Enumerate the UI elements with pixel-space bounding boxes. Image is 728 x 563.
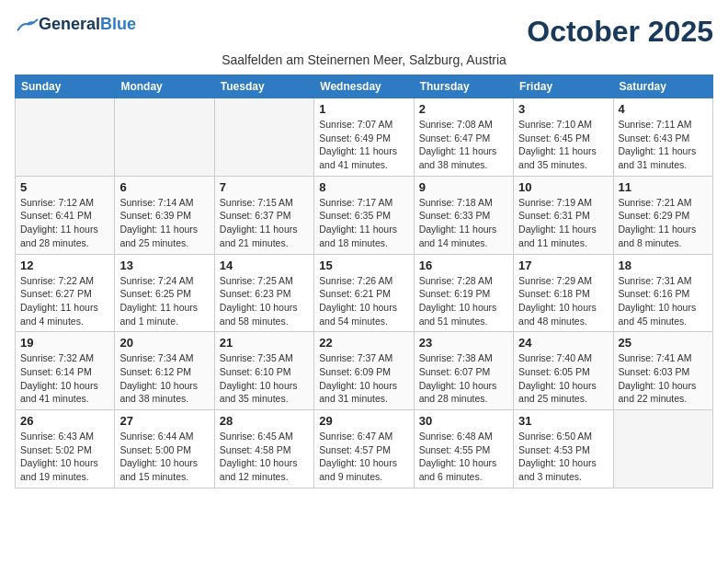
calendar-empty-cell	[115, 98, 214, 177]
calendar-day-18: 18Sunrise: 7:31 AM Sunset: 6:16 PM Dayli…	[613, 254, 712, 332]
day-info: Sunrise: 7:32 AM Sunset: 6:14 PM Dayligh…	[20, 351, 109, 406]
day-info: Sunrise: 6:44 AM Sunset: 5:00 PM Dayligh…	[119, 430, 209, 484]
day-info: Sunrise: 7:37 AM Sunset: 6:09 PM Dayligh…	[319, 351, 408, 406]
calendar-header-thursday: Thursday	[414, 75, 513, 98]
day-info: Sunrise: 6:43 AM Sunset: 5:02 PM Dayligh…	[20, 430, 109, 484]
day-number: 26	[20, 414, 109, 428]
calendar-day-6: 6Sunrise: 7:14 AM Sunset: 6:39 PM Daylig…	[115, 176, 214, 254]
calendar-day-23: 23Sunrise: 7:38 AM Sunset: 6:07 PM Dayli…	[414, 332, 513, 410]
day-number: 13	[119, 259, 209, 272]
day-info: Sunrise: 7:31 AM Sunset: 6:16 PM Dayligh…	[619, 274, 708, 328]
day-number: 12	[20, 259, 109, 272]
calendar-day-15: 15Sunrise: 7:26 AM Sunset: 6:21 PM Dayli…	[314, 254, 414, 332]
day-number: 16	[419, 259, 508, 272]
day-info: Sunrise: 7:24 AM Sunset: 6:25 PM Dayligh…	[119, 274, 209, 328]
month-title: October 2025	[527, 15, 713, 49]
calendar-day-16: 16Sunrise: 7:28 AM Sunset: 6:19 PM Dayli…	[414, 254, 513, 332]
day-info: Sunrise: 7:14 AM Sunset: 6:39 PM Dayligh…	[119, 196, 209, 250]
day-info: Sunrise: 7:12 AM Sunset: 6:41 PM Dayligh…	[20, 196, 109, 250]
day-number: 28	[220, 414, 309, 428]
day-info: Sunrise: 7:10 AM Sunset: 6:45 PM Dayligh…	[518, 118, 608, 172]
calendar-subtitle: Saalfelden am Steinernen Meer, Salzburg,…	[15, 52, 713, 67]
calendar-header-wednesday: Wednesday	[314, 75, 414, 98]
day-info: Sunrise: 7:40 AM Sunset: 6:05 PM Dayligh…	[518, 351, 608, 406]
calendar-day-10: 10Sunrise: 7:19 AM Sunset: 6:31 PM Dayli…	[514, 176, 613, 254]
calendar-empty-cell	[613, 410, 712, 488]
calendar-header-saturday: Saturday	[613, 75, 712, 98]
calendar-day-21: 21Sunrise: 7:35 AM Sunset: 6:10 PM Dayli…	[214, 332, 313, 410]
day-info: Sunrise: 6:47 AM Sunset: 4:57 PM Dayligh…	[319, 430, 408, 484]
day-number: 7	[220, 180, 309, 194]
day-number: 5	[20, 180, 109, 194]
day-number: 10	[518, 180, 608, 194]
calendar-day-3: 3Sunrise: 7:10 AM Sunset: 6:45 PM Daylig…	[514, 98, 613, 177]
day-number: 9	[419, 180, 508, 194]
day-info: Sunrise: 7:34 AM Sunset: 6:12 PM Dayligh…	[119, 351, 209, 406]
calendar-day-11: 11Sunrise: 7:21 AM Sunset: 6:29 PM Dayli…	[613, 176, 712, 254]
day-info: Sunrise: 6:45 AM Sunset: 4:58 PM Dayligh…	[220, 430, 309, 484]
calendar-day-4: 4Sunrise: 7:11 AM Sunset: 6:43 PM Daylig…	[613, 98, 712, 177]
day-number: 11	[619, 180, 708, 194]
calendar-day-30: 30Sunrise: 6:48 AM Sunset: 4:55 PM Dayli…	[414, 410, 513, 488]
calendar-day-20: 20Sunrise: 7:34 AM Sunset: 6:12 PM Dayli…	[115, 332, 214, 410]
calendar-day-2: 2Sunrise: 7:08 AM Sunset: 6:47 PM Daylig…	[414, 98, 513, 177]
calendar-day-13: 13Sunrise: 7:24 AM Sunset: 6:25 PM Dayli…	[115, 254, 214, 332]
calendar-day-24: 24Sunrise: 7:40 AM Sunset: 6:05 PM Dayli…	[514, 332, 613, 410]
day-number: 15	[319, 259, 408, 272]
logo-area: GeneralBlue	[15, 15, 136, 34]
day-info: Sunrise: 7:08 AM Sunset: 6:47 PM Dayligh…	[419, 118, 508, 172]
day-info: Sunrise: 6:50 AM Sunset: 4:53 PM Dayligh…	[518, 430, 608, 484]
calendar-header-friday: Friday	[514, 75, 613, 98]
calendar-day-25: 25Sunrise: 7:41 AM Sunset: 6:03 PM Dayli…	[613, 332, 712, 410]
day-number: 2	[419, 102, 508, 116]
day-number: 24	[518, 336, 608, 350]
calendar-week-row-2: 5Sunrise: 7:12 AM Sunset: 6:41 PM Daylig…	[16, 176, 713, 254]
calendar-day-7: 7Sunrise: 7:15 AM Sunset: 6:37 PM Daylig…	[214, 176, 313, 254]
calendar-day-22: 22Sunrise: 7:37 AM Sunset: 6:09 PM Dayli…	[314, 332, 414, 410]
day-info: Sunrise: 7:07 AM Sunset: 6:49 PM Dayligh…	[319, 118, 408, 172]
day-number: 22	[319, 336, 408, 350]
day-number: 19	[20, 336, 109, 350]
day-number: 29	[319, 414, 408, 428]
calendar-week-row-1: 1Sunrise: 7:07 AM Sunset: 6:49 PM Daylig…	[16, 98, 713, 177]
day-info: Sunrise: 7:29 AM Sunset: 6:18 PM Dayligh…	[518, 274, 608, 328]
calendar-header-sunday: Sunday	[16, 75, 115, 98]
calendar-day-17: 17Sunrise: 7:29 AM Sunset: 6:18 PM Dayli…	[514, 254, 613, 332]
day-info: Sunrise: 7:15 AM Sunset: 6:37 PM Dayligh…	[220, 196, 309, 250]
day-number: 4	[619, 102, 708, 116]
calendar-empty-cell	[16, 98, 115, 177]
day-number: 17	[518, 259, 608, 272]
calendar-header-monday: Monday	[115, 75, 214, 98]
day-number: 8	[319, 180, 408, 194]
logo-bird-icon	[17, 17, 39, 33]
day-number: 20	[119, 336, 209, 350]
day-number: 1	[319, 102, 408, 116]
calendar-empty-cell	[214, 98, 313, 177]
day-number: 31	[518, 414, 608, 428]
day-number: 25	[619, 336, 708, 350]
calendar-week-row-3: 12Sunrise: 7:22 AM Sunset: 6:27 PM Dayli…	[16, 254, 713, 332]
calendar-header-row: SundayMondayTuesdayWednesdayThursdayFrid…	[16, 75, 713, 98]
calendar-day-1: 1Sunrise: 7:07 AM Sunset: 6:49 PM Daylig…	[314, 98, 414, 177]
day-info: Sunrise: 7:22 AM Sunset: 6:27 PM Dayligh…	[20, 274, 109, 328]
day-number: 6	[119, 180, 209, 194]
calendar-day-27: 27Sunrise: 6:44 AM Sunset: 5:00 PM Dayli…	[115, 410, 214, 488]
page-header: GeneralBlue October 2025	[15, 15, 713, 49]
day-number: 3	[518, 102, 608, 116]
day-number: 21	[220, 336, 309, 350]
day-number: 30	[419, 414, 508, 428]
calendar-week-row-5: 26Sunrise: 6:43 AM Sunset: 5:02 PM Dayli…	[16, 410, 713, 488]
logo-row: GeneralBlue	[15, 15, 136, 34]
day-info: Sunrise: 7:18 AM Sunset: 6:33 PM Dayligh…	[419, 196, 508, 250]
day-number: 23	[419, 336, 508, 350]
day-info: Sunrise: 7:35 AM Sunset: 6:10 PM Dayligh…	[220, 351, 309, 406]
calendar-day-26: 26Sunrise: 6:43 AM Sunset: 5:02 PM Dayli…	[16, 410, 115, 488]
calendar-day-28: 28Sunrise: 6:45 AM Sunset: 4:58 PM Dayli…	[214, 410, 313, 488]
calendar-table: SundayMondayTuesdayWednesdayThursdayFrid…	[15, 75, 713, 488]
day-number: 18	[619, 259, 708, 272]
calendar-day-31: 31Sunrise: 6:50 AM Sunset: 4:53 PM Dayli…	[514, 410, 613, 488]
calendar-day-8: 8Sunrise: 7:17 AM Sunset: 6:35 PM Daylig…	[314, 176, 414, 254]
calendar-day-5: 5Sunrise: 7:12 AM Sunset: 6:41 PM Daylig…	[16, 176, 115, 254]
day-info: Sunrise: 7:11 AM Sunset: 6:43 PM Dayligh…	[619, 118, 708, 172]
calendar-header-tuesday: Tuesday	[214, 75, 313, 98]
